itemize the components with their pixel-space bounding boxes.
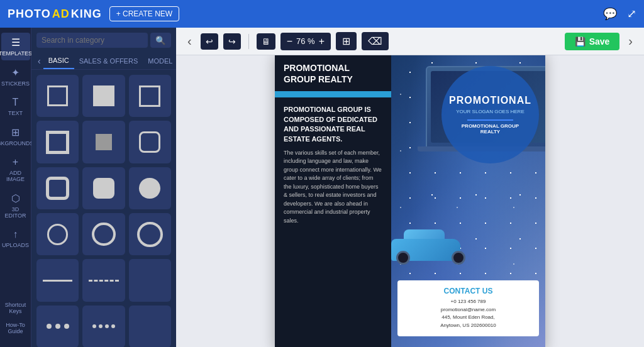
create-new-button[interactable]: + CREATE NEW — [109, 6, 179, 21]
sticker-square-border[interactable] — [36, 121, 79, 163]
sticker-rounded-outline[interactable] — [129, 121, 171, 163]
flyer-car — [391, 223, 473, 261]
sticker-rounded-filled[interactable] — [82, 167, 125, 209]
templates-icon: ☰ — [11, 36, 20, 48]
sticker-square-outline-alt[interactable] — [129, 75, 171, 117]
topbar: PHOTO AD KING + CREATE NEW 💬 ⤢ — [0, 0, 644, 28]
save-button[interactable]: 💾 Save — [565, 33, 620, 50]
flyer-contact-box: CONTACT US +0 123 456 789 promotional@na… — [397, 280, 539, 336]
sidebar-item-stickers[interactable]: ✦ STICKERS — [1, 63, 30, 91]
main-layout: ☰ TEMPLATES ✦ STICKERS T TEXT ⊞ BKGROUND… — [0, 28, 644, 347]
circle-promo-text: PROMOTIONAL — [449, 95, 531, 106]
canvas-scroll[interactable]: PROMOTIONAL GROUP REALTY PROMOTIONAL GRO… — [176, 55, 644, 347]
sidebar-item-templates[interactable]: ☰ TEMPLATES — [1, 33, 30, 60]
app-logo: PHOTO AD KING — [8, 8, 102, 21]
left-sidebar: ☰ TEMPLATES ✦ STICKERS T TEXT ⊞ BKGROUND… — [0, 28, 31, 347]
stickers-icon: ✦ — [11, 67, 19, 79]
circle-divider — [467, 119, 514, 121]
sticker-square-filled-sm[interactable] — [82, 121, 125, 163]
flyer-left-panel: PROMOTIONAL GROUP REALTY PROMOTIONAL GRO… — [275, 55, 391, 347]
sidebar-item-add-image[interactable]: + ADD IMAGE — [1, 153, 30, 186]
redo-button[interactable]: ↪ — [223, 33, 241, 50]
sidebar-item-uploads[interactable]: ↑ UPLOADS — [1, 225, 30, 252]
logo-ad: AD — [52, 8, 70, 21]
flyer-blue-stripe — [275, 91, 391, 97]
search-bar: 🔍 — [31, 28, 176, 53]
create-new-label: + CREATE NEW — [116, 9, 172, 18]
sidebar-item-label: BKGROUNDS — [0, 140, 34, 146]
toolbar-separator — [248, 34, 249, 49]
toolbar: ‹ ↩ ↪ 🖥 − 76 % + ⊞ ⌫ 💾 Save › — [176, 28, 644, 55]
add-image-icon: + — [13, 157, 18, 168]
cat-tab-basic[interactable]: BASIC — [43, 53, 74, 69]
sidebar-item-backgrounds[interactable]: ⊞ BKGROUNDS — [1, 123, 30, 150]
flyer-title-block: PROMOTIONAL GROUP REALTY — [275, 55, 391, 91]
contact-phone: +0 123 456 789 — [405, 298, 531, 306]
zoom-control: − 76 % + — [280, 33, 331, 50]
topbar-right: 💬 ⤢ — [603, 7, 636, 21]
contact-city: Anytown, US 202600010 — [405, 322, 531, 330]
save-label: Save — [589, 36, 610, 47]
flyer-canvas: PROMOTIONAL GROUP REALTY PROMOTIONAL GRO… — [275, 55, 545, 347]
3d-editor-icon: ⬡ — [11, 192, 20, 204]
sticker-line[interactable] — [36, 259, 79, 301]
flyer-promo-circle: PROMOTIONAL YOUR SLOGAN GOES HERE PROMOT… — [441, 66, 539, 163]
clear-button[interactable]: ⌫ — [362, 32, 389, 50]
chat-icon[interactable]: 💬 — [603, 7, 617, 21]
sticker-circle-outline-md[interactable] — [82, 213, 125, 255]
sticker-dashed[interactable] — [82, 259, 125, 301]
flyer-body-block: PROMOTIONAL GROUP IS COMPOSED OF DEDICAT… — [275, 97, 391, 347]
contact-address: 445, Mount Eden Road, — [405, 314, 531, 322]
sticker-circle-outline[interactable] — [36, 213, 79, 255]
text-icon: T — [13, 97, 19, 108]
monitor-icon[interactable]: 🖥 — [257, 33, 275, 50]
sidebar-item-label: STICKERS — [1, 80, 30, 87]
sticker-circle-filled[interactable] — [129, 167, 171, 209]
sidebar-item-label: UPLOADS — [2, 242, 29, 248]
sticker-empty[interactable] — [129, 259, 171, 301]
cat-tab-model[interactable]: MODEL — [143, 53, 176, 69]
circle-slogan-text: YOUR SLOGAN GOES HERE — [456, 109, 524, 114]
car-wheel-1 — [396, 251, 410, 265]
sidebar-item-text[interactable]: T TEXT — [1, 93, 30, 120]
canvas-area: ‹ ↩ ↪ 🖥 − 76 % + ⊞ ⌫ 💾 Save › — [176, 28, 644, 347]
zoom-in-button[interactable]: + — [319, 36, 325, 47]
canvas-prev-arrow[interactable]: ‹ — [184, 34, 196, 48]
sidebar-item-label: TEXT — [8, 110, 23, 116]
cat-tab-sales[interactable]: SALES & OFFERS — [74, 53, 143, 69]
sticker-empty2[interactable] — [129, 306, 171, 347]
cat-prev-arrow[interactable]: ‹ — [35, 53, 43, 69]
flyer-heading: PROMOTIONAL GROUP IS COMPOSED OF DEDICAT… — [284, 105, 382, 144]
sticker-circle-outline-lg[interactable] — [129, 213, 171, 255]
sidebar-item-label: 3D EDITOR — [4, 206, 28, 219]
logo-photo: PHOTO — [8, 8, 51, 21]
logo-king: KING — [71, 8, 102, 21]
stickers-panel: 🔍 ‹ BASIC SALES & OFFERS MODEL BUSINESS … — [31, 28, 176, 347]
search-button[interactable]: 🔍 — [150, 33, 171, 48]
how-to-guide-link[interactable]: How-To Guide — [0, 319, 31, 337]
sticker-square-outline[interactable] — [36, 75, 79, 117]
contact-title: CONTACT US — [405, 287, 531, 295]
flyer-title: PROMOTIONAL GROUP REALTY — [284, 62, 382, 85]
canvas-next-arrow[interactable]: › — [625, 34, 636, 48]
search-input[interactable] — [36, 33, 148, 48]
save-icon: 💾 — [575, 36, 586, 47]
uploads-icon: ↑ — [13, 229, 18, 240]
zoom-out-button[interactable]: − — [287, 36, 292, 47]
sticker-square-filled[interactable] — [82, 75, 125, 117]
flyer-right-panel: PROMOTIONAL YOUR SLOGAN GOES HERE PROMOT… — [391, 55, 545, 347]
grid-button[interactable]: ⊞ — [336, 32, 357, 50]
share-icon[interactable]: ⤢ — [627, 7, 636, 21]
car-wheel-2 — [452, 251, 465, 265]
shortcut-keys-link[interactable]: Shortcut Keys — [0, 299, 31, 317]
sidebar-bottom: Shortcut Keys How-To Guide — [0, 299, 31, 342]
flyer-body-text: The various skills set of each member, i… — [284, 149, 382, 226]
sidebar-item-3d-editor[interactable]: ⬡ 3D EDITOR — [1, 189, 30, 223]
sticker-dotted-sm[interactable] — [36, 306, 79, 347]
circle-name-text: PROMOTIONAL GROUP REALTY — [452, 123, 529, 135]
sticker-rounded-border[interactable] — [36, 167, 79, 209]
zoom-percentage: 76 % — [296, 36, 315, 46]
sticker-dots-row[interactable] — [82, 306, 125, 347]
contact-info: +0 123 456 789 promotional@name.com 445,… — [405, 298, 531, 330]
undo-button[interactable]: ↩ — [201, 33, 218, 50]
